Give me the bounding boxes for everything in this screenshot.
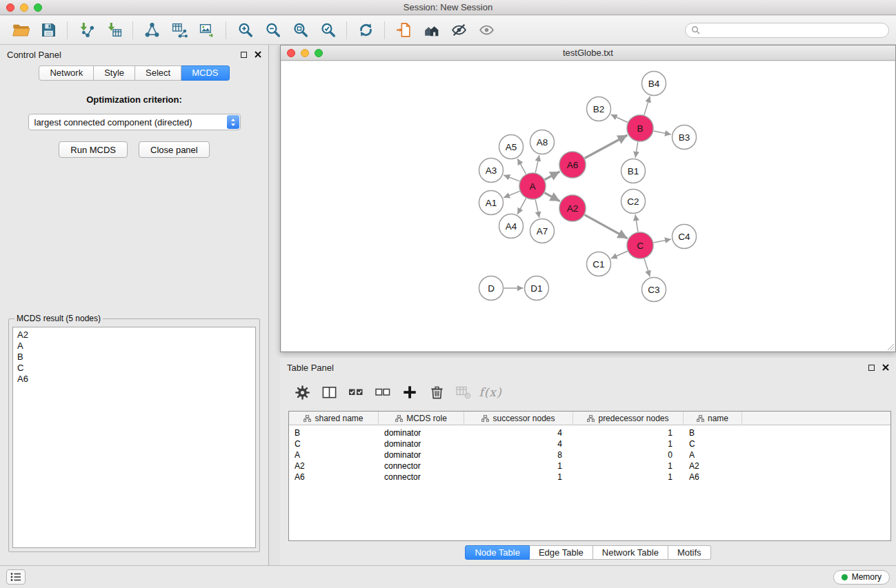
node-D[interactable]: D [479, 276, 504, 301]
show-columns-button[interactable] [318, 381, 340, 403]
minimize-network-window-button[interactable] [301, 49, 309, 57]
delete-column-button[interactable] [426, 381, 448, 403]
table-cell[interactable]: dominator [379, 450, 464, 460]
node-A8[interactable]: A8 [530, 130, 555, 154]
table-cell[interactable]: A [289, 450, 379, 460]
close-panel-icon[interactable] [255, 51, 261, 58]
edge-B-B3[interactable] [654, 131, 671, 134]
zoom-in-button[interactable] [231, 19, 259, 42]
table-cell[interactable]: 1 [573, 461, 684, 471]
node-C1[interactable]: C1 [587, 252, 611, 276]
column-header-successor-nodes[interactable]: successor nodes [464, 412, 573, 425]
table-cell[interactable]: 1 [573, 472, 684, 482]
table-tab-node-table[interactable]: Node Table [465, 545, 530, 560]
table-cell[interactable]: B [684, 428, 742, 438]
node-C2[interactable]: C2 [621, 190, 646, 214]
edge-A-A3[interactable] [504, 175, 519, 181]
edge-A-A5[interactable] [517, 159, 526, 174]
select-all-button[interactable] [345, 381, 367, 403]
table-cell[interactable]: dominator [379, 428, 464, 438]
node-A7[interactable]: A7 [530, 219, 555, 243]
mcds-result-item[interactable]: A [17, 341, 251, 352]
close-panel-button[interactable]: Close panel [139, 141, 210, 158]
mcds-result-item[interactable]: B [17, 352, 251, 363]
resize-grip-icon[interactable] [886, 343, 895, 351]
table-cell[interactable]: 1 [464, 472, 573, 482]
node-B4[interactable]: B4 [642, 72, 666, 96]
zoom-fit-button[interactable] [286, 19, 314, 42]
table-cell[interactable]: 4 [464, 439, 573, 449]
table-cell[interactable]: C [289, 439, 379, 449]
column-header-shared-name[interactable]: shared name [289, 412, 379, 425]
table-cell[interactable]: B [289, 428, 379, 438]
node-A6[interactable]: A6 [559, 152, 586, 178]
close-window-button[interactable] [6, 3, 14, 12]
edge-C-C4[interactable] [654, 239, 671, 243]
home-button[interactable] [417, 19, 445, 42]
table-tab-motifs[interactable]: Motifs [668, 545, 711, 560]
table-cell[interactable]: C [684, 439, 742, 449]
mcds-result-list[interactable]: A2ABCA6 [12, 327, 256, 548]
edge-A-A4[interactable] [517, 199, 526, 214]
open-session-button[interactable] [7, 19, 34, 42]
edge-A-A8[interactable] [535, 155, 539, 172]
delete-table-button[interactable] [452, 381, 475, 403]
hide-graphics-details-button[interactable] [445, 19, 472, 42]
edge-C-C3[interactable] [644, 258, 650, 276]
add-column-button[interactable] [399, 381, 421, 403]
table-tab-edge-table[interactable]: Edge Table [530, 545, 593, 560]
table-row[interactable]: A6connector11A6 [289, 472, 890, 483]
import-network-button[interactable] [72, 19, 100, 42]
search-box[interactable] [685, 23, 889, 38]
column-header-MCDS-role[interactable]: MCDS role [379, 412, 464, 425]
mcds-result-item[interactable]: A2 [17, 330, 251, 341]
edge-C-C1[interactable] [611, 251, 628, 258]
edge-B-B1[interactable] [635, 142, 638, 158]
network-graph[interactable]: B4B2BB3A5A8A6B1A3AC2A1A2A4A7C4CC1C3DD1 [281, 61, 895, 351]
float-table-panel-icon[interactable] [868, 365, 875, 371]
edge-B-B2[interactable] [611, 114, 628, 122]
table-settings-button[interactable] [291, 381, 313, 403]
mcds-result-item[interactable]: C [17, 363, 251, 374]
node-C3[interactable]: C3 [642, 278, 666, 302]
optimization-dropdown[interactable]: largest connected component (directed) [28, 114, 241, 130]
control-tab-mcds[interactable]: MCDS [181, 65, 229, 81]
control-tab-network[interactable]: Network [39, 65, 94, 81]
edge-B-B4[interactable] [644, 97, 650, 115]
node-A3[interactable]: A3 [479, 159, 504, 183]
deselect-all-button[interactable] [372, 381, 394, 403]
duplicate-page-button[interactable] [390, 19, 417, 42]
table-cell[interactable]: 1 [573, 439, 684, 449]
node-A2[interactable]: A2 [559, 195, 586, 221]
node-A[interactable]: A [519, 173, 546, 199]
zoom-selected-button[interactable] [314, 19, 341, 42]
control-tab-select[interactable]: Select [135, 65, 181, 81]
apply-layout-button[interactable] [352, 19, 379, 42]
close-table-panel-icon[interactable] [882, 364, 889, 371]
network-window-titlebar[interactable]: testGlobe.txt [281, 45, 895, 61]
function-builder-button[interactable]: f(x) [479, 381, 501, 403]
table-cell[interactable]: 1 [573, 428, 684, 438]
import-table-button[interactable] [100, 19, 128, 42]
network-canvas[interactable]: B4B2BB3A5A8A6B1A3AC2A1A2A4A7C4CC1C3DD1 [281, 61, 895, 351]
table-tab-network-table[interactable]: Network Table [593, 545, 668, 560]
memory-button[interactable]: Memory [833, 570, 890, 585]
table-cell[interactable]: A6 [289, 472, 379, 482]
minimize-window-button[interactable] [20, 3, 28, 12]
table-cell[interactable]: 1 [464, 461, 573, 471]
node-A5[interactable]: A5 [499, 135, 524, 159]
maximize-window-button[interactable] [34, 3, 42, 12]
new-network-from-table-button[interactable] [166, 19, 193, 42]
edge-A6-B[interactable] [585, 135, 628, 158]
node-B[interactable]: B [627, 115, 653, 141]
float-panel-icon[interactable] [241, 52, 247, 58]
node-B3[interactable]: B3 [673, 125, 697, 150]
node-B2[interactable]: B2 [587, 97, 611, 121]
run-mcds-button[interactable]: Run MCDS [59, 141, 128, 158]
edge-A-A7[interactable] [535, 200, 539, 218]
network-from-image-button[interactable] [193, 19, 221, 42]
save-session-button[interactable] [34, 19, 62, 42]
control-tab-style[interactable]: Style [94, 65, 135, 81]
table-cell[interactable]: A [684, 450, 742, 460]
node-C4[interactable]: C4 [673, 225, 697, 249]
